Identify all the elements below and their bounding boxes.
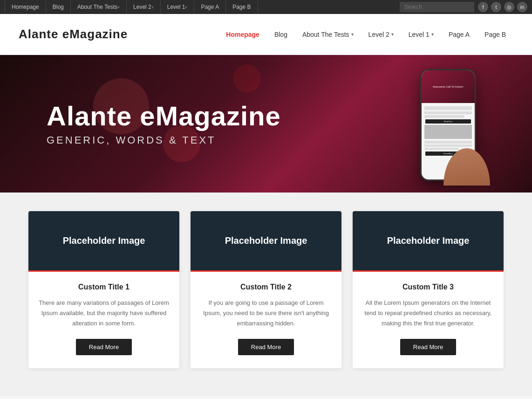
phone-content-line <box>424 141 472 144</box>
card-2-read-more-button[interactable]: Read More <box>238 339 294 355</box>
cards-section: Placeholder Image Custom Title 1 There a… <box>0 193 532 396</box>
card-2-text: If you are going to use a passage of Lor… <box>200 298 332 329</box>
site-logo: Alante eMagazine <box>19 27 128 41</box>
card-3-image-label: Placeholder Image <box>387 235 470 246</box>
phone-content-line <box>424 111 472 114</box>
phone-screen-top: Awesome Call To Action! <box>422 70 475 103</box>
hero-phone-mockup: Awesome Call To Action! Read Now Read Mo… <box>402 64 495 186</box>
twitter-icon[interactable]: t <box>491 2 501 12</box>
card-1-image-label: Placeholder Image <box>63 235 145 246</box>
card-3-title: Custom Title 3 <box>362 283 494 291</box>
main-header: Alante eMagazine Homepage Blog About The… <box>0 14 532 55</box>
search-input[interactable] <box>400 2 474 12</box>
nav-blog[interactable]: Blog <box>267 14 295 55</box>
topbar-pageb[interactable]: Page B <box>226 0 258 14</box>
chevron-down-icon: ▾ <box>117 5 120 10</box>
facebook-icon[interactable]: f <box>478 2 488 12</box>
card-1: Placeholder Image Custom Title 1 There a… <box>28 211 179 368</box>
card-2-title: Custom Title 2 <box>200 283 332 291</box>
cards-grid: Placeholder Image Custom Title 1 There a… <box>28 211 504 368</box>
topbar-homepage[interactable]: Homepage <box>5 0 46 14</box>
chevron-down-icon: ▾ <box>431 32 434 37</box>
hero-banner: Alante eMagazine GENERIC, WORDS & TEXT A… <box>0 55 532 193</box>
nav-about[interactable]: About The Tests ▾ <box>295 14 361 55</box>
card-3-image: Placeholder Image <box>353 211 504 272</box>
hero-title: Alante eMagazine <box>47 101 281 131</box>
linkedin-icon[interactable]: in <box>517 2 527 12</box>
hero-text: Alante eMagazine GENERIC, WORDS & TEXT <box>0 101 281 147</box>
phone-screen-header-text: Awesome Call To Action! <box>431 83 465 90</box>
topbar-pagea[interactable]: Page A <box>194 0 226 14</box>
card-2-image-label: Placeholder Image <box>225 235 307 246</box>
card-1-body: Custom Title 1 There are many variations… <box>28 272 179 368</box>
phone-content-image <box>424 125 472 139</box>
bokeh-circle-3 <box>233 64 261 92</box>
phone-screen-button: Read Now <box>425 119 471 124</box>
card-1-image: Placeholder Image <box>28 211 179 272</box>
phone-content-line <box>424 148 459 150</box>
nav-pageb[interactable]: Page B <box>477 14 513 55</box>
main-nav: Homepage Blog About The Tests ▾ Level 2 … <box>218 14 513 55</box>
phone-content-line <box>424 106 472 110</box>
card-1-read-more-button[interactable]: Read More <box>76 339 132 355</box>
card-2: Placeholder Image Custom Title 2 If you … <box>191 211 341 368</box>
instagram-icon[interactable]: ◎ <box>504 2 514 12</box>
card-2-image: Placeholder Image <box>191 211 341 272</box>
hero-subtitle: GENERIC, WORDS & TEXT <box>47 134 281 146</box>
nav-level1[interactable]: Level 1 ▾ <box>401 14 441 55</box>
top-bar-nav: Homepage Blog About The Tests ▾ Level 2 … <box>5 0 258 14</box>
nav-homepage[interactable]: Homepage <box>218 14 267 55</box>
card-2-body: Custom Title 2 If you are going to use a… <box>191 272 341 368</box>
topbar-about[interactable]: About The Tests ▾ <box>71 0 127 14</box>
card-1-title: Custom Title 1 <box>38 283 170 291</box>
top-bar: Homepage Blog About The Tests ▾ Level 2 … <box>0 0 532 14</box>
card-3-text: All the Lorem Ipsum generators on the In… <box>362 298 494 329</box>
social-icons: f t ◎ in <box>478 2 527 12</box>
card-3: Placeholder Image Custom Title 3 All the… <box>353 211 504 368</box>
topbar-level2[interactable]: Level 2 ▾ <box>127 0 161 14</box>
chevron-down-icon: ▾ <box>391 32 394 37</box>
phone-content-line <box>424 115 464 118</box>
top-bar-right: f t ◎ in <box>400 2 527 12</box>
topbar-level1[interactable]: Level 1 ▾ <box>161 0 195 14</box>
phone-content-line <box>424 144 472 147</box>
chevron-down-icon: ▾ <box>151 5 154 10</box>
topbar-blog[interactable]: Blog <box>46 0 71 14</box>
card-3-body: Custom Title 3 All the Lorem Ipsum gener… <box>353 272 504 368</box>
card-3-read-more-button[interactable]: Read More <box>400 339 456 355</box>
nav-level2[interactable]: Level 2 ▾ <box>361 14 401 55</box>
chevron-down-icon: ▾ <box>351 32 354 37</box>
chevron-down-icon: ▾ <box>185 5 187 10</box>
card-1-text: There are many variations of passages of… <box>38 298 170 329</box>
nav-pagea[interactable]: Page A <box>441 14 477 55</box>
